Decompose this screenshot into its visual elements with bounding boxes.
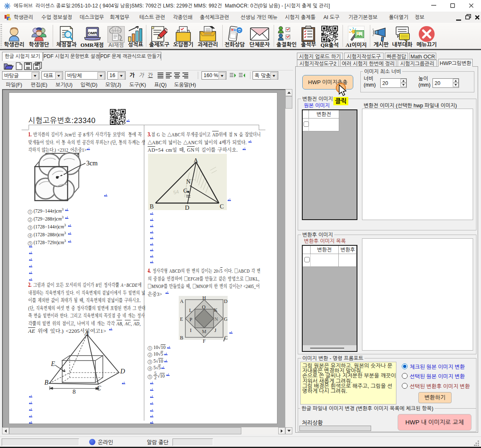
- svg-text:N: N: [214, 316, 218, 322]
- svg-text:G: G: [224, 316, 228, 322]
- svg-text:C: C: [220, 203, 224, 210]
- svg-text:B: B: [44, 379, 49, 386]
- svg-text:L: L: [189, 308, 192, 313]
- svg-text:D: D: [224, 298, 228, 304]
- svg-text:8: 8: [73, 388, 76, 394]
- svg-text:O: O: [202, 304, 206, 310]
- svg-text:OMR: OMR: [88, 31, 97, 35]
- svg-text:E: E: [180, 316, 183, 322]
- svg-text:B: B: [150, 203, 154, 210]
- svg-text:D: D: [185, 204, 189, 210]
- svg-text:G: G: [183, 187, 188, 194]
- svg-text:F: F: [203, 338, 206, 343]
- svg-text:3cm: 3cm: [86, 160, 98, 167]
- svg-text:P: P: [189, 317, 192, 322]
- svg-text:D: D: [120, 368, 125, 375]
- svg-text:K: K: [214, 307, 218, 313]
- svg-text:I: I: [190, 327, 192, 333]
- svg-text:H: H: [202, 296, 206, 301]
- svg-text:J: J: [214, 327, 216, 333]
- svg-text:E: E: [51, 360, 55, 367]
- svg-text:M: M: [202, 329, 206, 334]
- svg-text:A: A: [194, 157, 198, 164]
- svg-text:A: A: [84, 329, 89, 337]
- svg-text:N: N: [186, 178, 191, 185]
- svg-text:A: A: [180, 298, 184, 304]
- svg-text:C: C: [97, 385, 101, 392]
- svg-text:B: B: [180, 335, 183, 341]
